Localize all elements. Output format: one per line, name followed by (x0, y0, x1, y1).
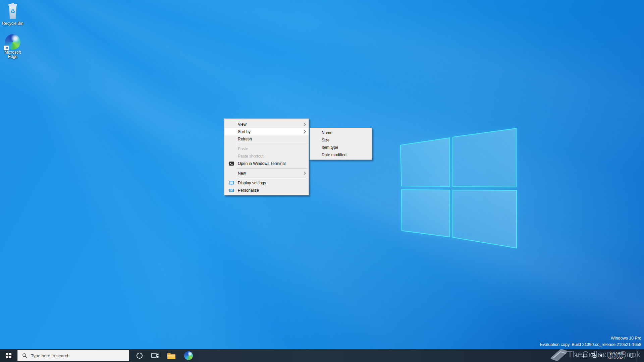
chevron-up-icon (574, 354, 578, 357)
display-settings-icon (229, 180, 234, 186)
cortana-icon (137, 353, 143, 359)
recycle-bin-icon: ♻ (6, 2, 19, 19)
menu-item-open-windows-terminal[interactable]: Open in Windows Terminal (224, 160, 309, 167)
action-center-icon (629, 353, 635, 359)
submenu-item-name[interactable]: Name (310, 129, 372, 136)
sort-by-submenu: Name Size Item type Date modified (310, 128, 372, 160)
submenu-item-size[interactable]: Size (310, 136, 372, 144)
volume-icon (599, 353, 605, 358)
wallpaper-light-beams (0, 0, 644, 362)
menu-separator (237, 178, 308, 178)
desktop-context-menu: View Sort by Refresh Paste Paste shortcu… (224, 118, 309, 195)
personalize-icon (229, 188, 234, 193)
menu-separator (237, 144, 308, 144)
task-view-icon (151, 353, 159, 359)
svg-text:♻: ♻ (10, 8, 15, 15)
display-sync-icon (582, 353, 588, 359)
submenu-item-item-type[interactable]: Item type (310, 144, 372, 151)
edge-logo-icon (5, 34, 20, 50)
file-explorer-button[interactable] (164, 349, 179, 362)
desktop-icon-microsoft-edge[interactable]: Microsoft Edge (0, 34, 25, 59)
task-view-button[interactable] (148, 349, 162, 362)
chevron-right-icon (304, 171, 306, 175)
desktop-icon-label: Microsoft Edge (0, 50, 25, 59)
taskbar-search[interactable] (17, 350, 129, 361)
clock-date: 5/22/2021 (606, 356, 627, 360)
desktop-icon-recycle-bin[interactable]: ♻ Recycle Bin (0, 2, 25, 26)
volume-tray-button[interactable] (598, 349, 606, 362)
taskbar: 9:47 AM 5/22/2021 (0, 349, 644, 362)
cortana-button[interactable] (132, 349, 147, 362)
menu-item-personalize[interactable]: Personalize (224, 187, 309, 194)
windows-logo-wallpaper (397, 125, 522, 252)
chevron-right-icon (304, 122, 306, 126)
eval-watermark: Windows 10 Pro Evaluation copy. Build 21… (540, 335, 641, 348)
shortcut-arrow-icon (4, 46, 9, 50)
eval-edition-text: Windows 10 Pro (540, 335, 641, 342)
show-desktop-button[interactable] (637, 349, 644, 362)
desktop-wallpaper: ♻ Recycle Bin Microsoft Edge Windows 10 … (0, 0, 644, 362)
menu-item-new[interactable]: New (224, 170, 309, 177)
menu-item-paste[interactable]: Paste (224, 145, 309, 153)
menu-item-refresh[interactable]: Refresh (224, 135, 309, 143)
windows-start-icon (6, 353, 11, 358)
menu-separator (237, 168, 308, 169)
display-sync-tray-button[interactable] (580, 349, 589, 362)
action-center-button[interactable] (627, 349, 637, 362)
chevron-right-icon (304, 130, 306, 133)
taskbar-clock[interactable]: 9:47 AM 5/22/2021 (606, 351, 627, 360)
clock-time: 9:47 AM (606, 351, 627, 356)
system-tray: 9:47 AM 5/22/2021 (572, 349, 644, 362)
menu-item-view[interactable]: View (224, 121, 309, 128)
edge-icon (184, 351, 193, 360)
network-tray-button[interactable] (589, 349, 598, 362)
menu-item-sort-by[interactable]: Sort by (224, 128, 309, 135)
menu-item-display-settings[interactable]: Display settings (224, 179, 309, 187)
desktop-icon-label: Recycle Bin (0, 21, 25, 26)
file-explorer-icon (167, 352, 176, 359)
wired-network-icon (590, 353, 596, 358)
start-button[interactable] (0, 349, 17, 362)
eval-build-text: Evaluation copy. Build 21390.co_release.… (540, 342, 641, 348)
search-icon (22, 353, 28, 358)
submenu-item-date-modified[interactable]: Date modified (310, 151, 372, 159)
windows-terminal-icon (229, 161, 234, 166)
hidden-icons-chevron-button[interactable] (572, 349, 580, 362)
menu-item-paste-shortcut[interactable]: Paste shortcut (224, 153, 309, 160)
search-input[interactable] (31, 353, 115, 358)
edge-taskbar-button[interactable] (181, 349, 196, 362)
